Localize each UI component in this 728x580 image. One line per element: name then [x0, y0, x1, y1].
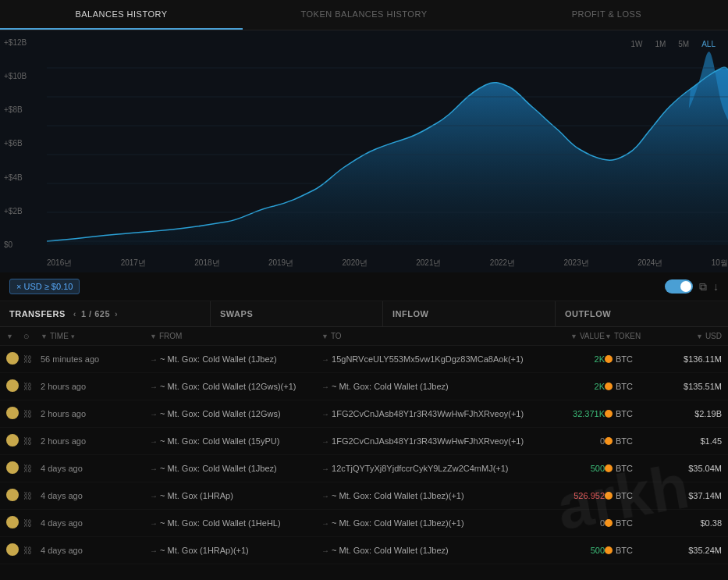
filter-col1-icon[interactable]: ▼	[6, 333, 13, 340]
th-col2: ⊙	[23, 333, 41, 340]
th-value[interactable]: ▼ VALUE	[542, 332, 605, 340]
row-link[interactable]: ⛓	[23, 518, 41, 528]
arrow-from-icon: →	[150, 519, 158, 528]
row-time: 4 days ago	[41, 546, 150, 555]
row-to: → ~ Mt. Gox: Cold Wallet (1Jbez)(+1)	[321, 491, 542, 500]
inflow-label: INFLOW	[392, 309, 428, 318]
inflow-section[interactable]: INFLOW	[383, 301, 556, 326]
row-usd: $1.45	[652, 436, 722, 446]
row-link[interactable]: ⛓	[23, 354, 41, 364]
row-time: 2 hours ago	[41, 382, 150, 391]
tab-balances[interactable]: BALANCES HISTORY	[0, 0, 243, 30]
external-link-icon[interactable]: ⛓	[23, 436, 32, 446]
external-link-icon[interactable]: ⛓	[23, 382, 32, 391]
btc-dot-icon	[605, 355, 613, 363]
tab-token-balances[interactable]: TOKEN BALANCES HISTORY	[243, 0, 485, 30]
row-usd: $35.04M	[652, 464, 722, 473]
y-label-0: $0	[4, 240, 27, 249]
row-link[interactable]: ⛓	[23, 464, 41, 473]
row-indicator	[6, 407, 23, 421]
arrow-to-icon: →	[321, 383, 329, 391]
row-link[interactable]: ⛓	[23, 382, 41, 391]
external-link-icon[interactable]: ⛓	[23, 464, 32, 473]
row-token: BTC	[605, 464, 652, 473]
external-link-icon[interactable]: ⛓	[23, 518, 32, 528]
external-link-icon[interactable]: ⛓	[23, 491, 32, 500]
arrow-to-icon: →	[321, 519, 329, 528]
row-to: → 15gNRVceULY553Mx5vw1KgDgz83MCa8Aok(+1)	[321, 354, 542, 364]
row-link[interactable]: ⛓	[23, 409, 41, 418]
filter-usd-icon: ▼	[696, 333, 703, 340]
row-link[interactable]: ⛓	[23, 436, 41, 446]
arrow-from-icon: →	[150, 492, 158, 500]
th-col1: ▼	[6, 333, 23, 340]
arrow-from-icon: →	[150, 383, 158, 391]
filter-time-icon: ▼	[41, 333, 48, 340]
prev-page-btn[interactable]: ‹	[73, 309, 76, 318]
x-label-2024: 2024년	[637, 258, 662, 269]
from-header-label: FROM	[159, 332, 182, 340]
row-usd: $136.11M	[652, 354, 722, 364]
row-value: 2K	[542, 382, 605, 391]
row-time: 4 days ago	[41, 491, 150, 500]
row-token: BTC	[605, 491, 652, 500]
toggle-switch[interactable]	[665, 279, 693, 294]
external-link-icon[interactable]: ⛓	[23, 409, 32, 418]
copy-icon[interactable]: ⧉	[699, 280, 707, 294]
row-to: → 12cTjQYTyXj8YjdfccrCykY9LzZw2C4mMJ(+1)	[321, 464, 542, 473]
row-usd: $2.19B	[652, 409, 722, 418]
row-link[interactable]: ⛓	[23, 491, 41, 500]
table-row: ⛓ 4 days ago → ~ Mt. Gox (1HRAp) → ~ Mt.…	[0, 482, 728, 510]
row-time: 56 minutes ago	[41, 354, 150, 364]
th-token[interactable]: ▼ TOKEN	[605, 332, 652, 340]
x-label-2022: 2022년	[490, 258, 515, 269]
row-indicator	[6, 352, 23, 366]
time-header-label: TIME	[50, 332, 69, 340]
x-label-2020: 2020년	[343, 258, 368, 269]
row-circle-icon	[6, 352, 19, 365]
row-value: 0	[542, 436, 605, 446]
row-from: → ~ Mt. Gox: Cold Wallet (1Jbez)	[150, 354, 321, 364]
token-symbol: BTC	[616, 409, 633, 418]
row-link[interactable]: ⛓	[23, 546, 41, 555]
y-label-8b: +$8B	[4, 105, 27, 114]
download-icon[interactable]: ↓	[713, 280, 719, 293]
filter-value-icon: ▼	[570, 333, 577, 340]
tab-profit-loss[interactable]: PROFIT & LOSS	[485, 0, 728, 30]
outflow-section[interactable]: OUTFLOW	[556, 301, 728, 326]
transfers-section[interactable]: TRANSFERS ‹ 1 / 625 ›	[0, 301, 211, 326]
th-from[interactable]: ▼ FROM	[150, 332, 321, 340]
row-time: 2 hours ago	[41, 409, 150, 418]
row-token: BTC	[605, 382, 652, 391]
row-to: → ~ Mt. Gox: Cold Wallet (1Jbez)	[321, 382, 542, 391]
th-to[interactable]: ▼ TO	[321, 332, 542, 340]
row-time: 4 days ago	[41, 464, 150, 473]
th-usd[interactable]: ▼ USD	[652, 332, 722, 340]
row-circle-icon	[6, 461, 19, 474]
external-link-icon[interactable]: ⛓	[23, 546, 32, 555]
row-value: 526.952	[542, 491, 605, 500]
token-symbol: BTC	[616, 436, 633, 446]
next-page-btn[interactable]: ›	[115, 309, 118, 318]
row-token: BTC	[605, 436, 652, 446]
arrow-to-icon: →	[321, 464, 329, 473]
row-indicator	[6, 434, 23, 448]
table-body: ⛓ 56 minutes ago → ~ Mt. Gox: Cold Walle…	[0, 346, 728, 564]
arrow-to-icon: →	[321, 492, 329, 500]
row-value: 500	[542, 546, 605, 555]
filter-from-icon: ▼	[150, 333, 157, 340]
row-to: → ~ Mt. Gox: Cold Wallet (1Jbez)(+1)	[321, 518, 542, 528]
filter-tag-label: × USD ≥ $0.10	[16, 282, 73, 291]
arrow-from-icon: →	[150, 464, 158, 473]
th-time[interactable]: ▼ TIME ▾	[41, 332, 150, 340]
row-from: → ~ Mt. Gox: Cold Wallet (15yPU)	[150, 436, 321, 446]
table-row: ⛓ 56 minutes ago → ~ Mt. Gox: Cold Walle…	[0, 346, 728, 373]
arrow-from-icon: →	[150, 437, 158, 446]
external-link-icon[interactable]: ⛓	[23, 354, 32, 364]
filter-tag-usd[interactable]: × USD ≥ $0.10	[9, 279, 80, 294]
arrow-to-icon: →	[321, 355, 329, 364]
table-row: ⛓ 2 hours ago → ~ Mt. Gox: Cold Wallet (…	[0, 428, 728, 455]
token-symbol: BTC	[616, 518, 633, 528]
y-label-2b: +$2B	[4, 207, 27, 215]
swaps-section[interactable]: SWAPS	[211, 301, 383, 326]
